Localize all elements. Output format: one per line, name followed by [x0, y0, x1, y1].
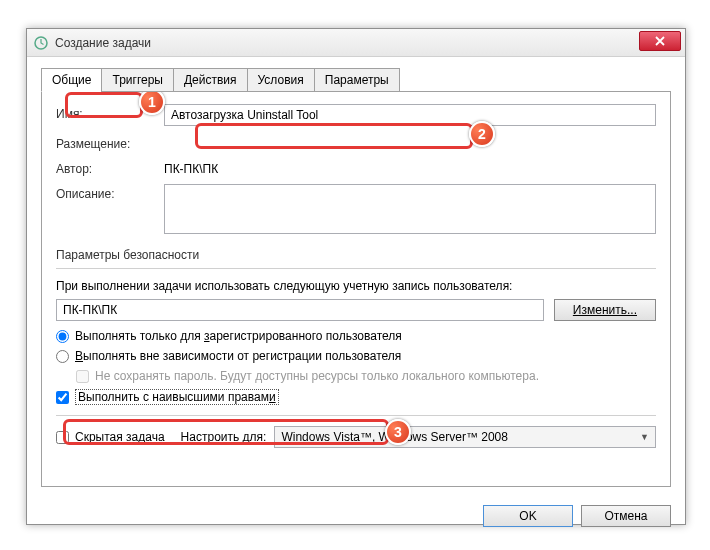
run-logged-on-radio[interactable]: Выполнять только для зарегистрированного…	[56, 329, 656, 343]
close-button[interactable]	[639, 31, 681, 51]
change-user-button[interactable]: Изменить...	[554, 299, 656, 321]
tab-triggers[interactable]: Триггеры	[101, 68, 174, 92]
tab-general[interactable]: Общие	[41, 68, 102, 92]
description-input[interactable]	[164, 184, 656, 234]
configure-for-select[interactable]: Windows Vista™, Windows Server™ 2008 ▼	[274, 426, 656, 448]
configure-for-label: Настроить для:	[181, 430, 267, 444]
highest-privileges-checkbox[interactable]	[56, 391, 69, 404]
ok-button[interactable]: OK	[483, 505, 573, 527]
tab-conditions[interactable]: Условия	[247, 68, 315, 92]
separator	[56, 268, 656, 269]
run-whether-radio[interactable]: Выполнять вне зависимости от регистрации…	[56, 349, 656, 363]
use-account-label: При выполнении задачи использовать следу…	[56, 279, 656, 293]
chevron-down-icon: ▼	[640, 432, 649, 442]
run-logged-on-label: Выполнять только для зарегистрированного…	[75, 329, 402, 343]
hidden-task-checkbox[interactable]	[56, 431, 69, 444]
name-input[interactable]	[164, 104, 656, 126]
callout-2: 2	[469, 121, 495, 147]
create-task-dialog: Создание задачи Общие Триггеры Действия …	[26, 28, 686, 525]
dialog-buttons: OK Отмена	[27, 497, 685, 535]
tab-actions[interactable]: Действия	[173, 68, 248, 92]
clock-icon	[33, 35, 49, 51]
hidden-task-label: Скрытая задача	[75, 430, 165, 444]
separator-2	[56, 415, 656, 416]
no-save-password-checkbox	[76, 370, 89, 383]
account-field: ПК-ПК\ПК	[56, 299, 544, 321]
close-icon	[655, 36, 665, 46]
no-save-password-label: Не сохранять пароль. Будут доступны ресу…	[95, 369, 539, 383]
description-label: Описание:	[56, 184, 164, 201]
author-label: Автор:	[56, 159, 164, 176]
callout-1: 1	[139, 89, 165, 115]
callout-3: 3	[385, 419, 411, 445]
tab-settings[interactable]: Параметры	[314, 68, 400, 92]
hidden-task-check[interactable]: Скрытая задача	[56, 430, 165, 444]
cancel-button[interactable]: Отмена	[581, 505, 671, 527]
window-title: Создание задачи	[55, 36, 151, 50]
run-whether-radio-input[interactable]	[56, 350, 69, 363]
run-whether-label: Выполнять вне зависимости от регистрации…	[75, 349, 401, 363]
titlebar[interactable]: Создание задачи	[27, 29, 685, 57]
highest-privileges-label: Выполнить с наивысшими правами	[75, 389, 279, 405]
highest-privileges-check[interactable]: Выполнить с наивысшими правами	[56, 389, 656, 405]
author-value: ПК-ПК\ПК	[164, 159, 218, 176]
no-save-password-check: Не сохранять пароль. Будут доступны ресу…	[76, 369, 656, 383]
run-logged-on-radio-input[interactable]	[56, 330, 69, 343]
tab-strip: Общие Триггеры Действия Условия Параметр…	[41, 67, 685, 91]
security-legend: Параметры безопасности	[56, 248, 656, 262]
location-label: Размещение:	[56, 134, 164, 151]
general-panel: Имя: Размещение: Автор: ПК-ПК\ПК Описани…	[41, 91, 671, 487]
